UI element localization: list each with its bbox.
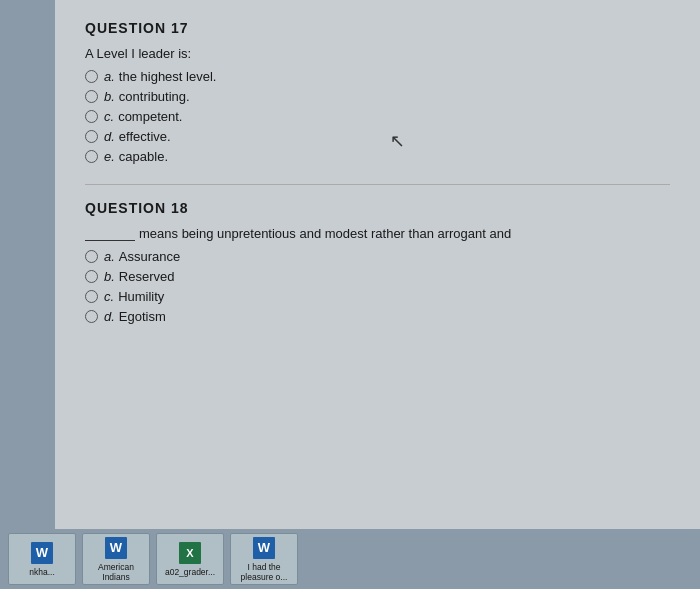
blank-line	[85, 240, 135, 241]
q18-option-c-text: Humility	[118, 289, 164, 304]
taskbar-label-pleasure: I had the pleasure o...	[233, 562, 295, 582]
q17-option-c-text: competent.	[118, 109, 182, 124]
radio-q17-d[interactable]	[85, 130, 98, 143]
taskbar-item-pleasure[interactable]: W I had the pleasure o...	[230, 533, 298, 585]
radio-q18-b[interactable]	[85, 270, 98, 283]
taskbar-label-a02-grader: a02_grader...	[165, 567, 215, 577]
word-icon-american-indians: W	[105, 537, 127, 559]
main-content-area: QUESTION 17 A Level I leader is: a. the …	[55, 0, 700, 529]
radio-q17-b[interactable]	[85, 90, 98, 103]
radio-q17-e[interactable]	[85, 150, 98, 163]
question-17-title: QUESTION 17	[85, 20, 670, 36]
q18-option-d-text: Egotism	[119, 309, 166, 324]
q17-option-c[interactable]: c. competent.	[85, 109, 670, 124]
question-18-stem: means being unpretentious and modest rat…	[85, 226, 670, 241]
radio-q18-d[interactable]	[85, 310, 98, 323]
q17-option-a-text: the highest level.	[119, 69, 217, 84]
question-18-title: QUESTION 18	[85, 200, 670, 216]
q18-option-b-text: Reserved	[119, 269, 175, 284]
q17-option-e-text: capable.	[119, 149, 168, 164]
word-icon-pleasure: W	[253, 537, 275, 559]
taskbar-item-a02-grader[interactable]: X a02_grader...	[156, 533, 224, 585]
question-17-block: QUESTION 17 A Level I leader is: a. the …	[85, 20, 670, 164]
q18-option-a[interactable]: a. Assurance	[85, 249, 670, 264]
taskbar: W nkha... W American Indians X a02_grade…	[0, 529, 700, 589]
question-18-block: QUESTION 18 means being unpretentious an…	[85, 200, 670, 324]
q18-option-b[interactable]: b. Reserved	[85, 269, 670, 284]
excel-icon-a02: X	[179, 542, 201, 564]
q17-option-e[interactable]: e. capable.	[85, 149, 670, 164]
taskbar-icon-american-indians: W	[104, 536, 128, 560]
radio-q18-a[interactable]	[85, 250, 98, 263]
radio-q18-c[interactable]	[85, 290, 98, 303]
taskbar-icon-pleasure: W	[252, 536, 276, 560]
left-sidebar-strip	[0, 0, 55, 529]
section-divider	[85, 184, 670, 185]
q17-option-d[interactable]: d. effective.	[85, 129, 670, 144]
q17-option-b-text: contributing.	[119, 89, 190, 104]
q17-option-b[interactable]: b. contributing.	[85, 89, 670, 104]
word-icon-nkha: W	[31, 542, 53, 564]
taskbar-label-american-indians: American Indians	[85, 562, 147, 582]
taskbar-label-nkha: nkha...	[29, 567, 55, 577]
taskbar-icon-a02-grader: X	[178, 541, 202, 565]
q18-option-a-text: Assurance	[119, 249, 180, 264]
q17-option-a[interactable]: a. the highest level.	[85, 69, 670, 84]
question-17-stem: A Level I leader is:	[85, 46, 670, 61]
taskbar-item-american-indians[interactable]: W American Indians	[82, 533, 150, 585]
radio-q17-a[interactable]	[85, 70, 98, 83]
q18-option-d[interactable]: d. Egotism	[85, 309, 670, 324]
taskbar-icon-nkha: W	[30, 541, 54, 565]
taskbar-item-nkha[interactable]: W nkha...	[8, 533, 76, 585]
q18-option-c[interactable]: c. Humility	[85, 289, 670, 304]
q17-option-d-text: effective.	[119, 129, 171, 144]
radio-q17-c[interactable]	[85, 110, 98, 123]
